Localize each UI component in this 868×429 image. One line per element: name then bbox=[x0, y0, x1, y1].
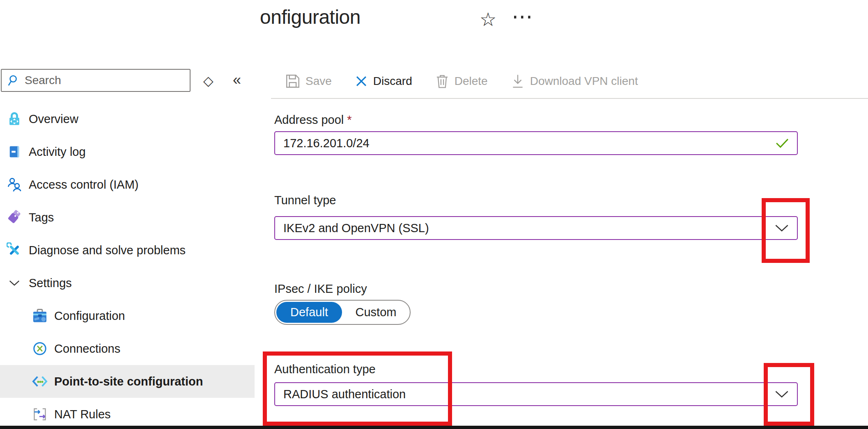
sidebar-item-label: Connections bbox=[54, 342, 120, 356]
activity-log-icon bbox=[7, 144, 22, 160]
sidebar-item-configuration[interactable]: Configuration bbox=[0, 299, 260, 332]
discard-label: Discard bbox=[373, 75, 412, 88]
delete-button[interactable]: Delete bbox=[435, 74, 488, 89]
tunnel-type-label: Tunnel type bbox=[274, 194, 336, 207]
authentication-type-select[interactable]: RADIUS authentication bbox=[274, 382, 798, 406]
download-vpn-client-button[interactable]: Download VPN client bbox=[511, 74, 638, 89]
sidebar-item-diagnose[interactable]: Diagnose and solve problems bbox=[0, 234, 260, 267]
more-options-icon[interactable]: ⋯ bbox=[512, 4, 533, 29]
tunnel-type-select[interactable]: IKEv2 and OpenVPN (SSL) bbox=[274, 216, 798, 240]
sidebar-item-label: Tags bbox=[29, 211, 54, 224]
sidebar-item-label: NAT Rules bbox=[54, 408, 111, 421]
ipsec-option-custom[interactable]: Custom bbox=[342, 306, 410, 319]
ipsec-ike-policy-label: IPsec / IKE policy bbox=[274, 282, 367, 296]
sidebar-item-tags[interactable]: Tags bbox=[0, 201, 260, 234]
download-icon bbox=[511, 74, 525, 89]
screenshot-bottom-edge bbox=[0, 426, 868, 429]
save-icon bbox=[285, 74, 300, 89]
sidebar-item-label: Point-to-site configuration bbox=[54, 375, 203, 388]
sidebar-item-settings[interactable]: Settings bbox=[0, 267, 260, 299]
trash-icon bbox=[435, 74, 449, 89]
connections-icon bbox=[32, 341, 48, 356]
gateway-overview-icon bbox=[7, 111, 22, 127]
ipsec-option-default[interactable]: Default bbox=[276, 302, 342, 323]
address-pool-input[interactable]: 172.16.201.0/24 bbox=[274, 131, 798, 155]
save-button[interactable]: Save bbox=[285, 74, 332, 89]
sidebar-item-label: Overview bbox=[29, 112, 78, 126]
sidebar-item-label: Diagnose and solve problems bbox=[29, 244, 186, 257]
sidebar-item-connections[interactable]: Connections bbox=[0, 332, 260, 365]
toolbar-divider bbox=[271, 98, 868, 99]
search-input[interactable] bbox=[25, 74, 177, 87]
authentication-type-value: RADIUS authentication bbox=[283, 388, 406, 401]
chevron-down-icon bbox=[7, 275, 22, 291]
nat-rules-icon bbox=[32, 406, 48, 422]
sidebar: ◇ « Overview Activity lo bbox=[0, 0, 260, 429]
diagnose-icon bbox=[7, 242, 22, 258]
sidebar-item-access-control[interactable]: Access control (IAM) bbox=[0, 168, 260, 201]
toolbox-icon bbox=[32, 308, 48, 324]
tags-icon bbox=[7, 210, 22, 225]
sidebar-item-label: Settings bbox=[29, 276, 72, 290]
sidebar-item-nat-rules[interactable]: NAT Rules bbox=[0, 398, 260, 429]
authentication-type-label: Authentication type bbox=[274, 363, 376, 376]
expander-icon[interactable]: ◇ bbox=[203, 73, 214, 89]
sidebar-nav: Overview Activity log Acc bbox=[0, 103, 260, 429]
access-control-icon bbox=[7, 177, 22, 192]
address-pool-value: 172.16.201.0/24 bbox=[283, 137, 370, 150]
required-asterisk: * bbox=[347, 113, 351, 126]
download-label: Download VPN client bbox=[530, 75, 638, 88]
save-label: Save bbox=[305, 75, 332, 88]
address-pool-label: Address pool* bbox=[274, 113, 352, 127]
ipsec-ike-policy-toggle: Default Custom bbox=[274, 300, 411, 325]
chevron-down-icon[interactable] bbox=[775, 390, 789, 398]
point-to-site-icon bbox=[32, 374, 48, 389]
discard-x-icon bbox=[355, 75, 368, 88]
sidebar-item-label: Configuration bbox=[54, 309, 125, 323]
sidebar-item-point-to-site[interactable]: Point-to-site configuration bbox=[0, 365, 255, 398]
discard-button[interactable]: Discard bbox=[355, 75, 412, 88]
favorite-star-icon[interactable]: ☆ bbox=[480, 8, 496, 30]
command-bar: Save Discard Delete Download VPN client bbox=[285, 70, 638, 93]
sidebar-item-label: Access control (IAM) bbox=[29, 178, 139, 192]
sidebar-item-activity-log[interactable]: Activity log bbox=[0, 135, 260, 168]
sidebar-search-box[interactable] bbox=[1, 69, 191, 92]
search-icon bbox=[7, 74, 20, 87]
delete-label: Delete bbox=[455, 75, 488, 88]
valid-check-icon bbox=[776, 138, 789, 148]
sidebar-item-overview[interactable]: Overview bbox=[0, 103, 260, 135]
chevron-down-icon[interactable] bbox=[775, 224, 789, 232]
collapse-menu-icon[interactable]: « bbox=[233, 71, 241, 89]
sidebar-item-label: Activity log bbox=[29, 145, 86, 159]
tunnel-type-value: IKEv2 and OpenVPN (SSL) bbox=[283, 221, 429, 235]
